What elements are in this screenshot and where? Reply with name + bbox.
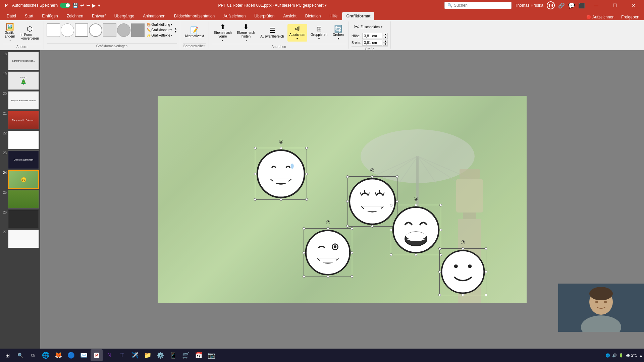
explorer-icon[interactable]: 📁 [142,349,154,361]
autosave-toggle[interactable] [60,3,70,8]
slide-25[interactable]: 25 [1,190,39,208]
ebene-vorne-btn[interactable]: ⬆ Ebene nachvorne ▾ [212,22,233,43]
auswahlbereich-btn[interactable]: ☰ Auswahlbereich [258,26,286,40]
tab-übergänge[interactable]: Übergänge [110,12,138,20]
settings-icon[interactable]: ⚙️ [154,349,166,361]
undo-icon[interactable]: ↩ [80,3,84,8]
slide-img-21[interactable]: They went to Sahara... [8,111,39,129]
expand-up[interactable]: ▲ [174,27,177,30]
height-up[interactable]: ▲ [383,33,388,36]
search-box[interactable]: 🔍 [444,2,512,9]
phone-icon[interactable]: 📱 [167,349,179,361]
gruppieren-btn[interactable]: ⊞ Gruppieren ▾ [309,24,329,42]
system-tray-arrow[interactable]: ▲ [639,354,643,357]
search-taskbar-btn[interactable]: 🔍 [14,349,26,361]
taskview-btn[interactable]: ⧉ [27,349,39,361]
alternativtext-btn[interactable]: 📝 Alternativtext [183,25,206,39]
teams-icon[interactable]: T [116,349,128,361]
camera-icon[interactable]: 📷 [205,349,217,361]
chrome-icon[interactable]: 🔵 [65,349,77,361]
edge-icon[interactable]: 🌐 [40,349,52,361]
slide-26[interactable]: 26 [1,210,39,228]
store-icon[interactable]: 🛒 [180,349,192,361]
comments-icon[interactable]: 💬 [568,2,575,9]
handle-ml-2[interactable] [346,200,349,203]
handle-tm-5[interactable] [462,247,464,250]
firefox-icon[interactable]: 🦊 [52,349,64,361]
tab-aufzeichnen[interactable]: Aufzeichnen [219,12,250,20]
slide-20[interactable]: 20 Objekte ausrichten der Box [1,91,39,110]
aufzeichnen-btn[interactable]: 🔴 Aufzeichnen [584,14,616,20]
freigeben-btn[interactable]: Freigeben [619,14,641,20]
present-icon[interactable]: ▶ [92,3,96,8]
search-input[interactable] [454,3,508,8]
handle-bm-4[interactable] [415,253,417,256]
canvas-area[interactable]: ↺ [40,50,644,349]
height-input[interactable] [362,33,382,39]
tab-hilfe[interactable]: Hilfe [325,12,341,20]
smiley-3[interactable]: ↺ [304,228,352,277]
handle-tm-3[interactable] [327,227,329,230]
maximize-button[interactable]: ☐ [607,0,623,11]
handle-bl-1[interactable] [254,198,257,201]
grafik-effekte-btn[interactable]: ✨ Grafikeffekte ▾ [145,33,174,38]
handle-bm-1[interactable] [280,198,282,201]
slide-img-27[interactable] [8,230,39,248]
ebene-hinten-btn[interactable]: ⬇ Ebene nachhinten ▾ [235,22,257,43]
rotate-handle-5[interactable]: ↺ [461,240,465,244]
slide-img-24[interactable]: 😊 [8,170,39,189]
smiley-1[interactable]: ↺ [255,148,307,200]
handle-bm-5[interactable] [462,294,464,296]
telegram-icon[interactable]: ✈️ [129,349,141,361]
width-down[interactable]: ▼ [383,43,388,46]
tab-dictation[interactable]: Dictation [301,12,325,20]
mail-icon[interactable]: ✉️ [78,349,90,361]
slide-21[interactable]: 21 They went to Sahara... [1,111,39,129]
height-down[interactable]: ▼ [383,36,388,39]
slide-canvas[interactable]: ↺ [158,96,527,303]
handle-bl-4[interactable] [390,253,392,256]
tab-ansicht[interactable]: Ansicht [279,12,300,20]
smiley-2[interactable]: ↺ [347,176,397,227]
handle-bl-3[interactable] [303,275,305,278]
redo-icon[interactable]: ↪ [86,3,90,8]
handle-tr-2[interactable] [396,175,398,178]
tab-überprüfen[interactable]: Überprüfen [250,12,278,20]
share-icon[interactable]: 🔗 [558,2,565,9]
zuschneiden-btn[interactable]: ✂ Zuschneiden ▾ [352,22,384,32]
slide-panel[interactable]: 18 Schritt wird benötigt... 19 Folie 1 🎄… [0,50,40,349]
shape-preset-2[interactable] [61,23,74,37]
slide-23[interactable]: 23 Objekte ausrichten [1,150,39,169]
handle-br-1[interactable] [305,198,308,201]
slide-27[interactable]: 27 [1,230,39,248]
handle-bm-2[interactable] [371,225,374,228]
handle-bl-5[interactable] [438,294,441,296]
handle-ml-1[interactable] [254,173,257,175]
onenote-icon[interactable]: N [103,349,115,361]
tab-grafikformat[interactable]: Grafikformat [342,12,374,20]
powerpoint-taskbar-icon[interactable]: P [91,349,103,361]
slide-18[interactable]: 18 Schritt wird benötigt... [1,52,39,70]
shape-preset-6[interactable] [117,23,130,37]
tab-bildschirm[interactable]: Bildschirmpräsentation [170,12,219,20]
handle-mr-4[interactable] [439,229,442,231]
handle-bm-3[interactable] [327,275,329,278]
tab-start[interactable]: Start [21,12,37,20]
slide-img-23[interactable]: Objekte ausrichten [8,150,39,169]
rotate-handle-1[interactable]: ↺ [279,140,283,144]
handle-br-3[interactable] [351,275,353,278]
save-icon[interactable]: 💾 [72,3,78,8]
minimize-button[interactable]: — [588,0,604,11]
slide-img-22[interactable] [8,131,39,149]
start-btn[interactable]: ⊞ [1,349,13,361]
grafik-füllung-btn[interactable]: 🎨 Grafikfüllung ▾ [145,22,174,27]
shape-preset-1[interactable] [47,23,60,37]
ausrichten-btn[interactable]: ⫷ Ausrichten ▾ [287,24,307,42]
close-button[interactable]: ✕ [626,0,641,11]
more-icon[interactable]: ▾ [98,3,100,8]
slide-19[interactable]: 19 Folie 1 🎄 [1,71,39,90]
smiley-4[interactable]: ↺ [391,205,441,255]
handle-tr-5[interactable] [485,247,487,250]
tab-entwurf[interactable]: Entwurf [88,12,110,20]
shape-preset-4[interactable] [89,23,102,37]
